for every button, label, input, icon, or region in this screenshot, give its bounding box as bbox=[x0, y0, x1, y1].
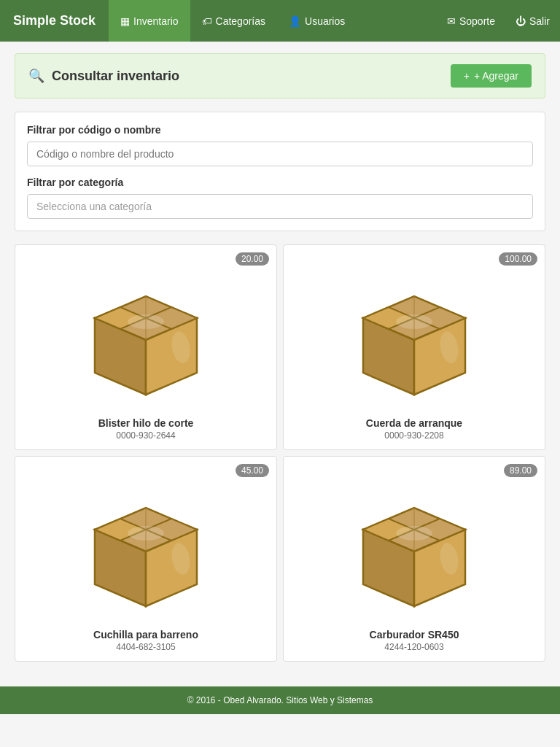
product-code-0: 0000-930-2644 bbox=[116, 430, 175, 441]
bar-chart-icon: ▦ bbox=[120, 15, 130, 27]
product-badge-0: 20.00 bbox=[236, 252, 269, 266]
product-code-3: 4244-120-0603 bbox=[384, 642, 443, 652]
plus-icon: + bbox=[464, 70, 470, 82]
product-name-1: Cuerda de arranque bbox=[359, 413, 470, 430]
footer: © 2016 - Obed Alvarado. Sitios Web y Sis… bbox=[0, 686, 560, 714]
product-badge-3: 89.00 bbox=[504, 464, 537, 477]
brand-logo: Simple Stock bbox=[0, 13, 109, 28]
nav-salir[interactable]: ⏻ Salir bbox=[505, 0, 560, 42]
products-row-1: 20.00 bbox=[15, 244, 545, 456]
products-container: 20.00 bbox=[15, 244, 545, 667]
power-icon: ⏻ bbox=[516, 15, 526, 27]
footer-text: © 2016 - Obed Alvarado. Sitios Web y Sis… bbox=[187, 695, 373, 705]
code-filter-input[interactable] bbox=[27, 142, 533, 166]
category-filter-select[interactable]: Selecciona una categoría bbox=[27, 194, 533, 219]
nav-inventario[interactable]: ▦ Inventario bbox=[109, 0, 190, 42]
product-code-2: 4404-682-3105 bbox=[116, 642, 175, 652]
product-card-1[interactable]: 100.00 Cuerda de arranque 0000-930-2208 bbox=[283, 244, 545, 450]
main-content: 🔍 Consultar inventario + + Agregar Filtr… bbox=[0, 42, 560, 679]
product-image-3 bbox=[284, 457, 545, 624]
page-header: 🔍 Consultar inventario + + Agregar bbox=[15, 53, 545, 98]
product-badge-1: 100.00 bbox=[499, 252, 537, 266]
add-button[interactable]: + + Agregar bbox=[451, 64, 532, 88]
nav-soporte[interactable]: ✉ Soporte bbox=[437, 0, 505, 42]
product-image-0 bbox=[15, 245, 276, 413]
product-card-0[interactable]: 20.00 bbox=[15, 244, 277, 450]
nav-categorias[interactable]: 🏷 Categorías bbox=[190, 0, 277, 42]
product-name-0: Blister hilo de corte bbox=[91, 413, 201, 430]
product-code-1: 0000-930-2208 bbox=[384, 430, 443, 441]
search-icon: 🔍 bbox=[28, 68, 44, 84]
nav-right: ✉ Soporte ⏻ Salir bbox=[437, 0, 560, 42]
category-filter-label: Filtrar por categoría bbox=[27, 177, 533, 188]
product-name-2: Cuchilla para barreno bbox=[86, 624, 206, 642]
product-name-3: Carburador SR450 bbox=[362, 624, 467, 642]
products-row-2: 45.00 Cuchilla para barreno 4404-682-310 bbox=[15, 456, 545, 667]
mail-icon: ✉ bbox=[447, 15, 456, 27]
user-icon: 👤 bbox=[289, 15, 301, 27]
product-badge-2: 45.00 bbox=[236, 464, 269, 477]
product-image-2 bbox=[15, 457, 276, 624]
navbar: Simple Stock ▦ Inventario 🏷 Categorías 👤… bbox=[0, 0, 560, 42]
filter-section: Filtrar por código o nombre Filtrar por … bbox=[15, 112, 545, 231]
product-image-1 bbox=[284, 245, 545, 413]
product-card-3[interactable]: 89.00 Carburador SR450 4244-120-0603 bbox=[283, 456, 545, 662]
code-filter-label: Filtrar por código o nombre bbox=[27, 124, 533, 136]
tag-icon: 🏷 bbox=[202, 15, 212, 27]
page-title: 🔍 Consultar inventario bbox=[28, 68, 179, 84]
product-card-2[interactable]: 45.00 Cuchilla para barreno 4404-682-310 bbox=[15, 456, 277, 662]
nav-items: ▦ Inventario 🏷 Categorías 👤 Usuarios ✉ S… bbox=[109, 0, 560, 42]
nav-usuarios[interactable]: 👤 Usuarios bbox=[277, 0, 357, 42]
